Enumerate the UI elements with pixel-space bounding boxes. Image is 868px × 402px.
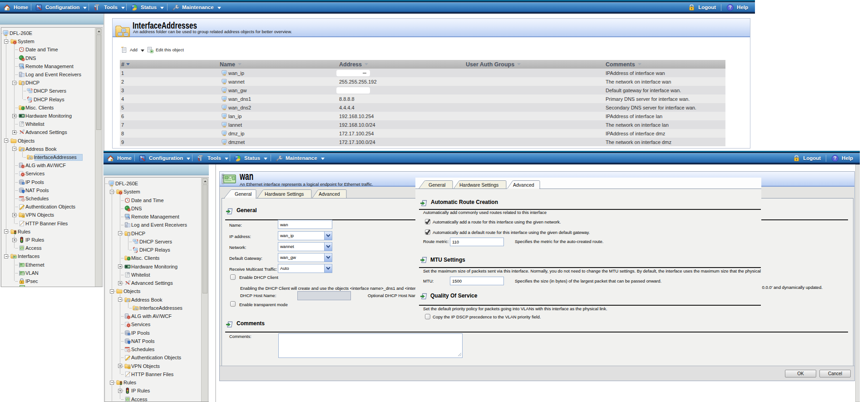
svg-text:Advanced: Advanced	[513, 182, 534, 188]
svg-text:Hardware Settings: Hardware Settings	[265, 191, 304, 197]
svg-text:Hardware Settings: Hardware Settings	[459, 182, 498, 188]
svg-text:Advanced: Advanced	[319, 191, 340, 197]
svg-text:General: General	[429, 182, 445, 188]
svg-text:General: General	[235, 191, 252, 197]
